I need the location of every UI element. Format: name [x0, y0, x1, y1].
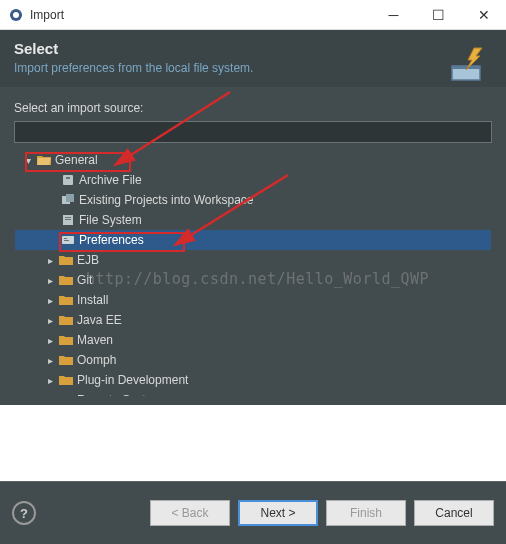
collapse-arrow-icon[interactable]: ▸ — [43, 315, 57, 326]
projects-icon — [59, 194, 77, 206]
maximize-button[interactable]: ☐ — [416, 0, 461, 30]
tree-label: Archive File — [79, 173, 142, 187]
collapse-arrow-icon[interactable]: ▸ — [43, 275, 57, 286]
folder-icon — [57, 354, 75, 366]
app-icon — [8, 7, 24, 23]
tree-item-archive[interactable]: Archive File — [15, 170, 491, 190]
tree-container: ▾ General Archive File Existing Projects… — [14, 149, 492, 397]
tree-item-preferences[interactable]: Preferences — [15, 230, 491, 250]
import-icon — [444, 42, 488, 86]
close-button[interactable]: ✕ — [461, 0, 506, 30]
svg-rect-5 — [66, 177, 70, 179]
folder-open-icon — [35, 154, 53, 166]
source-label: Select an import source: — [14, 101, 492, 115]
folder-icon — [57, 294, 75, 306]
archive-icon — [59, 174, 77, 186]
tree-folder-git[interactable]: ▸ Git — [15, 270, 491, 290]
collapse-arrow-icon[interactable]: ▸ — [43, 355, 57, 366]
svg-rect-12 — [64, 238, 67, 239]
folder-icon — [57, 254, 75, 266]
folder-icon — [57, 374, 75, 386]
svg-point-1 — [13, 12, 19, 18]
tree-label: Oomph — [77, 353, 116, 367]
wizard-body: Select an import source: ▾ General Archi… — [0, 87, 506, 405]
tree-label: EJB — [77, 253, 99, 267]
wizard-header: Select Import preferences from the local… — [0, 30, 506, 87]
tree-label: Preferences — [79, 233, 144, 247]
tree-label: Java EE — [77, 313, 122, 327]
collapse-arrow-icon[interactable]: ▸ — [43, 335, 57, 346]
page-title: Select — [14, 40, 492, 57]
folder-icon — [57, 274, 75, 286]
collapse-arrow-icon[interactable]: ▸ — [43, 255, 57, 266]
svg-rect-13 — [64, 240, 69, 241]
page-subtitle: Import preferences from the local file s… — [14, 61, 492, 75]
tree-folder-javaee[interactable]: ▸ Java EE — [15, 310, 491, 330]
svg-rect-7 — [66, 194, 74, 202]
tree-view[interactable]: ▾ General Archive File Existing Projects… — [15, 150, 491, 396]
svg-rect-10 — [65, 219, 71, 220]
tree-folder-maven[interactable]: ▸ Maven — [15, 330, 491, 350]
filesystem-icon — [59, 214, 77, 226]
tree-label: Plug-in Development — [77, 373, 188, 387]
tree-item-filesystem[interactable]: File System — [15, 210, 491, 230]
tree-folder-remote[interactable]: ▸ Remote Systems — [15, 390, 491, 396]
expand-arrow-icon[interactable]: ▾ — [21, 155, 35, 166]
wizard-footer: ? < Back Next > Finish Cancel — [0, 481, 506, 544]
next-button[interactable]: Next > — [238, 500, 318, 526]
tree-folder-plugin[interactable]: ▸ Plug-in Development — [15, 370, 491, 390]
tree-label: Maven — [77, 333, 113, 347]
collapse-arrow-icon[interactable]: ▸ — [43, 295, 57, 306]
tree-label: File System — [79, 213, 142, 227]
tree-label: Existing Projects into Workspace — [79, 193, 254, 207]
back-button[interactable]: < Back — [150, 500, 230, 526]
collapse-arrow-icon[interactable]: ▸ — [43, 395, 57, 397]
window-title: Import — [30, 8, 371, 22]
folder-icon — [57, 314, 75, 326]
tree-label: General — [55, 153, 98, 167]
svg-rect-3 — [452, 66, 480, 69]
finish-button[interactable]: Finish — [326, 500, 406, 526]
title-bar: Import ─ ☐ ✕ — [0, 0, 506, 30]
collapse-arrow-icon[interactable]: ▸ — [43, 375, 57, 386]
svg-rect-4 — [63, 175, 73, 185]
svg-rect-9 — [65, 217, 71, 218]
folder-icon — [57, 394, 75, 396]
tree-folder-oomph[interactable]: ▸ Oomph — [15, 350, 491, 370]
cancel-button[interactable]: Cancel — [414, 500, 494, 526]
folder-icon — [57, 334, 75, 346]
tree-folder-general[interactable]: ▾ General — [15, 150, 491, 170]
minimize-button[interactable]: ─ — [371, 0, 416, 30]
tree-folder-ejb[interactable]: ▸ EJB — [15, 250, 491, 270]
tree-label: Install — [77, 293, 108, 307]
filter-input[interactable] — [14, 121, 492, 143]
tree-label: Remote Systems — [77, 393, 168, 396]
tree-folder-install[interactable]: ▸ Install — [15, 290, 491, 310]
help-button[interactable]: ? — [12, 501, 36, 525]
preferences-icon — [59, 234, 77, 246]
tree-label: Git — [77, 273, 92, 287]
tree-item-existing[interactable]: Existing Projects into Workspace — [15, 190, 491, 210]
